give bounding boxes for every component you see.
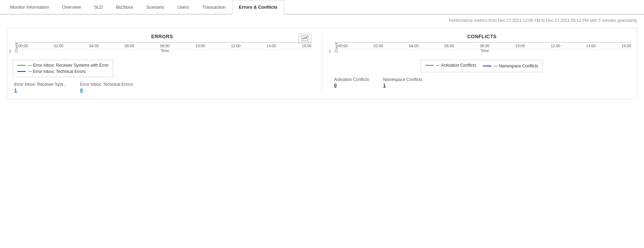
- tab-bizstore[interactable]: BizStore: [109, 0, 139, 15]
- x-tick: 02:00: [54, 44, 63, 48]
- grid-line: [19, 49, 312, 49]
- x-tick: 00:00: [18, 44, 28, 48]
- stat-label: Error Inbox: Technical Errors: [80, 82, 133, 87]
- stat-label: Namespace Conflicts: [383, 77, 422, 82]
- x-tick: 16:00: [302, 44, 312, 48]
- errors-chart-area: Count 01 00:0002:0004:0006:0008:0010:001…: [13, 42, 312, 53]
- y-tick: 1: [329, 49, 331, 53]
- stat-value[interactable]: 0: [80, 88, 133, 93]
- conflicts-x-ticks: 00:0002:0004:0006:0008:0010:0012:0014:00…: [338, 44, 632, 48]
- conflicts-legend-box: — Activation Conflicts— Namespace Confli…: [333, 56, 632, 72]
- tab-transaction[interactable]: Transaction: [196, 0, 232, 15]
- errors-y-label: Count: [13, 42, 18, 53]
- conflicts-chart-container: 01: [338, 42, 632, 42]
- x-tick: 08:00: [160, 44, 170, 48]
- conflicts-chart-title: CONFLICTS: [333, 34, 632, 39]
- x-tick: 10:00: [515, 44, 525, 48]
- stat-value[interactable]: 1: [14, 88, 66, 93]
- tab-bar: Monitor InformationOverviewSLDBizStoreSc…: [0, 0, 644, 15]
- x-tick: 14:00: [586, 44, 596, 48]
- legend-color-swatch: [483, 66, 491, 66]
- chart-divider: [322, 34, 322, 93]
- legend-label: — Error Inbox: Receiver Systems with Err…: [28, 63, 109, 68]
- charts-wrapper: ERRORS Count 01 00:0002:0004:0006:0008:0…: [7, 28, 637, 99]
- stat-value: 1: [383, 83, 422, 88]
- stat-item: Activation Conflicts0: [334, 77, 369, 88]
- conflicts-y-label: Count: [333, 42, 338, 53]
- x-tick: 08:00: [480, 44, 490, 48]
- legend-color-swatch: [425, 65, 434, 66]
- legend-item: — Error Inbox: Receiver Systems with Err…: [17, 63, 109, 68]
- y-tick: 1: [9, 49, 11, 53]
- x-tick: 14:00: [266, 44, 276, 48]
- x-tick: 12:00: [231, 44, 241, 48]
- conflicts-chart-panel: CONFLICTS Count 01 00:0002:0004:0006:000…: [333, 34, 632, 93]
- errors-chart-panel: ERRORS Count 01 00:0002:0004:0006:0008:0…: [13, 34, 312, 93]
- stat-label: Error Inbox: Receiver Syst...: [14, 82, 66, 87]
- legend-item: — Namespace Conflicts: [483, 63, 538, 69]
- legend-item: — Activation Conflicts: [425, 63, 476, 68]
- errors-chart-container: 01: [18, 42, 312, 42]
- performance-subtitle: Performance metrics from Dec 27,2021 12:…: [0, 15, 644, 24]
- export-icon: [302, 35, 308, 41]
- legend-item: — Error Inbox: Technical Errors: [17, 69, 109, 74]
- errors-legend: — Error Inbox: Receiver Systems with Err…: [13, 60, 113, 77]
- grid-line: [339, 49, 632, 49]
- stat-item: Error Inbox: Technical Errors0: [80, 82, 133, 93]
- legend-color-swatch: [17, 65, 26, 66]
- conflicts-chart-area: Count 01 00:0002:0004:0006:0008:0010:001…: [333, 42, 632, 53]
- x-tick: 00:00: [338, 44, 348, 48]
- tab-users[interactable]: Users: [171, 0, 196, 15]
- legend-label: — Error Inbox: Technical Errors: [28, 69, 86, 74]
- x-tick: 10:00: [196, 44, 205, 48]
- x-tick: 06:00: [125, 44, 134, 48]
- legend-color-swatch: [17, 71, 26, 72]
- x-tick: 16:00: [621, 44, 631, 48]
- errors-legend-box: — Error Inbox: Receiver Systems with Err…: [13, 56, 312, 77]
- stat-item: Error Inbox: Receiver Syst...1: [14, 82, 66, 93]
- errors-x-ticks: 00:0002:0004:0006:0008:0010:0012:0014:00…: [18, 44, 312, 48]
- x-tick: 06:00: [444, 44, 454, 48]
- tab-errors-conflicts[interactable]: Errors & Conflicts: [232, 0, 284, 15]
- tab-scenario[interactable]: Scenario: [140, 0, 171, 15]
- x-tick: 04:00: [89, 44, 99, 48]
- stat-label: Activation Conflicts: [334, 77, 369, 82]
- x-tick: 04:00: [409, 44, 419, 48]
- legend-label: — Namespace Conflicts: [493, 64, 538, 68]
- errors-stats-row: Error Inbox: Receiver Syst...1Error Inbo…: [13, 82, 312, 93]
- stat-value: 0: [334, 83, 369, 88]
- stat-item: Namespace Conflicts1: [383, 77, 422, 88]
- tab-overview[interactable]: Overview: [56, 0, 87, 15]
- conflicts-stats-row: Activation Conflicts0Namespace Conflicts…: [333, 77, 632, 88]
- tab-sld[interactable]: SLD: [87, 0, 109, 15]
- x-tick: 02:00: [374, 44, 383, 48]
- errors-chart-title: ERRORS: [13, 34, 312, 39]
- conflicts-legend: — Activation Conflicts— Namespace Confli…: [421, 60, 543, 72]
- tab-monitor-information[interactable]: Monitor Information: [3, 0, 56, 15]
- main-content: ERRORS Count 01 00:0002:0004:0006:0008:0…: [0, 24, 644, 106]
- legend-label: — Activation Conflicts: [436, 63, 476, 68]
- x-tick: 12:00: [551, 44, 560, 48]
